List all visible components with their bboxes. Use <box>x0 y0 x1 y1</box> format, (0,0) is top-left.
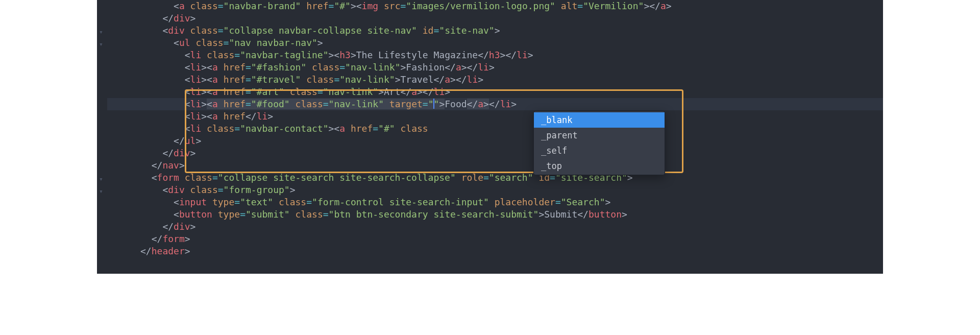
autocomplete-item[interactable]: _top <box>534 158 665 174</box>
autocomplete-popup[interactable]: _blank _parent _self _top <box>533 111 665 175</box>
editor-gutter: ▾ ▾ ▾ ▾ <box>97 0 107 274</box>
fold-marker-icon[interactable]: ▾ <box>99 173 103 185</box>
code-lines[interactable]: <a class="navbar-brand" href="#"><img sr… <box>97 0 883 257</box>
fold-marker-icon[interactable]: ▾ <box>99 185 103 198</box>
fold-marker-icon[interactable]: ▾ <box>99 26 103 38</box>
autocomplete-item[interactable]: _blank <box>534 112 665 128</box>
fold-marker-icon[interactable]: ▾ <box>99 38 103 51</box>
autocomplete-item[interactable]: _parent <box>534 128 665 143</box>
code-editor[interactable]: ▾ ▾ ▾ ▾ <a class="navbar-brand" href="#"… <box>97 0 883 274</box>
autocomplete-item[interactable]: _self <box>534 143 665 158</box>
indent <box>107 1 174 11</box>
text-cursor <box>433 99 434 109</box>
